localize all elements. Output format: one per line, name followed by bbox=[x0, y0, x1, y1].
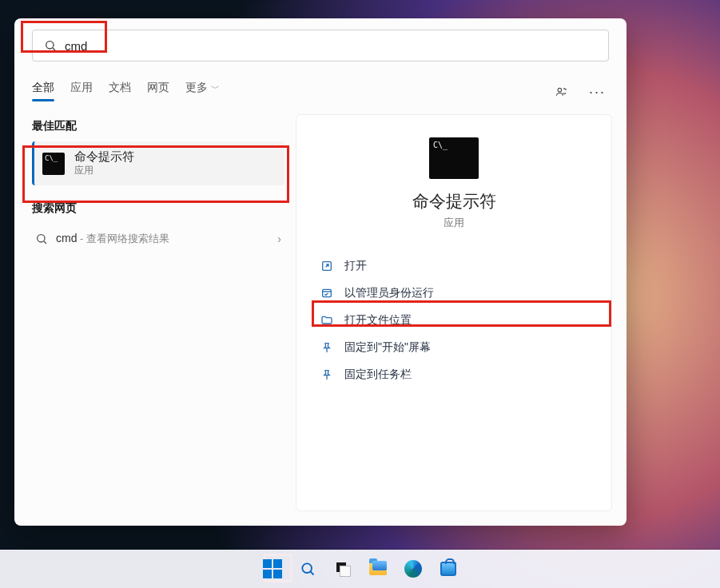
web-search-header: 搜索网页 bbox=[32, 201, 284, 216]
search-row bbox=[14, 18, 627, 62]
action-label: 以管理员身份运行 bbox=[344, 286, 434, 300]
detail-subtitle: 应用 bbox=[316, 216, 592, 230]
results-left-column: 最佳匹配 命令提示符 应用 搜索网页 cmd - 查看网络搜索结果 › bbox=[14, 103, 291, 526]
detail-title: 命令提示符 bbox=[316, 190, 592, 213]
tab-docs[interactable]: 文档 bbox=[109, 81, 131, 103]
web-search-hint: - 查看网络搜索结果 bbox=[77, 232, 169, 244]
open-icon bbox=[320, 260, 333, 272]
tab-apps[interactable]: 应用 bbox=[70, 81, 93, 103]
action-label: 固定到"开始"屏幕 bbox=[344, 340, 431, 355]
more-options-icon[interactable]: ··· bbox=[586, 84, 609, 101]
search-icon bbox=[300, 561, 316, 577]
action-pin-to-start[interactable]: 固定到"开始"屏幕 bbox=[316, 334, 592, 361]
svg-line-10 bbox=[310, 572, 313, 575]
svg-line-1 bbox=[53, 48, 55, 50]
start-button[interactable] bbox=[259, 555, 286, 582]
svg-point-2 bbox=[558, 88, 562, 92]
file-explorer-icon bbox=[369, 562, 387, 575]
action-label: 固定到任务栏 bbox=[344, 368, 412, 382]
search-tabs: 全部 应用 文档 网页 更多﹀ ··· bbox=[14, 74, 627, 103]
file-explorer-button[interactable] bbox=[364, 555, 392, 582]
task-view-icon bbox=[335, 561, 351, 577]
tab-more[interactable]: 更多﹀ bbox=[185, 81, 220, 103]
chevron-down-icon: ﹀ bbox=[211, 83, 220, 93]
cmd-app-icon bbox=[42, 153, 65, 175]
svg-point-9 bbox=[302, 563, 312, 573]
tab-all[interactable]: 全部 bbox=[32, 81, 54, 103]
taskbar bbox=[0, 550, 720, 588]
search-input[interactable] bbox=[65, 39, 608, 53]
best-match-subtitle: 应用 bbox=[74, 164, 134, 177]
action-label: 打开文件位置 bbox=[344, 313, 412, 328]
microsoft-store-button[interactable] bbox=[435, 555, 462, 582]
cmd-app-icon-large bbox=[429, 137, 479, 179]
chevron-right-icon: › bbox=[277, 232, 281, 245]
svg-rect-6 bbox=[323, 289, 332, 296]
search-box[interactable] bbox=[32, 30, 609, 62]
result-detail-card: 命令提示符 应用 打开 以管理员身份运行 打开文件位置 bbox=[296, 114, 612, 511]
action-open-file-location[interactable]: 打开文件位置 bbox=[316, 307, 592, 334]
edge-icon bbox=[404, 560, 422, 578]
windows-search-panel: 全部 应用 文档 网页 更多﹀ ··· 最佳匹配 命令提示符 应用 搜索网页 bbox=[14, 18, 627, 526]
store-icon bbox=[440, 562, 456, 576]
windows-logo-icon bbox=[263, 559, 282, 578]
web-search-term: cmd bbox=[56, 232, 77, 244]
action-pin-to-taskbar[interactable]: 固定到任务栏 bbox=[316, 361, 592, 388]
taskbar-search-button[interactable] bbox=[294, 555, 321, 582]
task-view-button[interactable] bbox=[329, 555, 356, 582]
action-list: 打开 以管理员身份运行 打开文件位置 固定到"开始"屏幕 bbox=[316, 252, 592, 388]
action-run-as-admin[interactable]: 以管理员身份运行 bbox=[316, 280, 592, 307]
action-label: 打开 bbox=[344, 259, 367, 273]
admin-shield-icon bbox=[320, 287, 333, 300]
best-match-result[interactable]: 命令提示符 应用 bbox=[32, 141, 284, 185]
tab-web[interactable]: 网页 bbox=[147, 81, 169, 103]
best-match-title: 命令提示符 bbox=[74, 149, 134, 164]
svg-point-3 bbox=[38, 235, 45, 242]
svg-point-0 bbox=[46, 42, 54, 49]
svg-line-4 bbox=[44, 241, 46, 244]
account-sync-icon[interactable] bbox=[553, 84, 570, 101]
web-search-result[interactable]: cmd - 查看网络搜索结果 › bbox=[32, 224, 284, 254]
pin-icon bbox=[320, 368, 333, 381]
action-open[interactable]: 打开 bbox=[316, 252, 592, 280]
best-match-header: 最佳匹配 bbox=[32, 119, 284, 133]
edge-button[interactable] bbox=[400, 555, 427, 582]
pin-icon bbox=[320, 341, 333, 354]
search-icon bbox=[44, 39, 57, 52]
search-icon bbox=[35, 232, 48, 245]
folder-icon bbox=[320, 314, 333, 327]
